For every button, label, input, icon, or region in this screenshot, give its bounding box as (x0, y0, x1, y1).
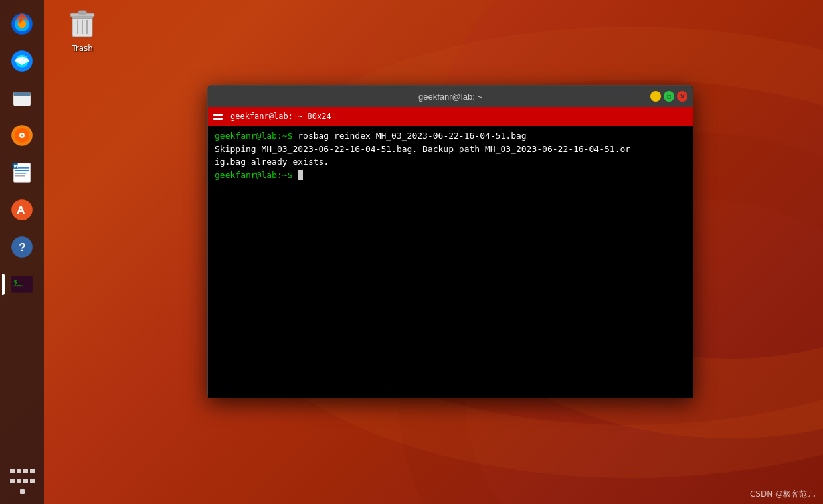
terminal-line-4: geekfanr@lab:~$ (215, 169, 686, 182)
show-apps-button[interactable] (7, 467, 37, 496)
svg-rect-26 (15, 170, 29, 171)
trash-icon (66, 7, 98, 41)
svg-text:$_: $_ (13, 278, 21, 286)
minimize-button[interactable]: _ (650, 91, 661, 102)
terminal-line-1: geekfanr@lab:~$ rosbag reindex MH_03_202… (215, 129, 686, 143)
watermark-text: CSDN @极客范儿 (750, 489, 815, 499)
terminal-cursor (298, 170, 303, 180)
close-button[interactable]: ✕ (677, 91, 687, 102)
terminal-window: geekfanr@lab: ~ _ □ ✕ geekfanr@lab: ~ 80… (207, 85, 693, 398)
window-controls: _ □ ✕ (650, 91, 687, 102)
prompt-2: geekfanr@lab:~$ (215, 170, 292, 180)
terminal-title: geekfanr@lab: ~ (418, 92, 482, 102)
dock-item-ubuntu-software[interactable]: A (6, 194, 38, 226)
svg-rect-19 (13, 92, 30, 96)
dock-item-libreoffice-writer[interactable]: W (6, 157, 38, 189)
dock-item-thunderbird[interactable] (6, 45, 38, 77)
svg-text:A: A (17, 203, 25, 216)
terminal-line-2: Skipping MH_03_2023-06-22-16-04-51.bag. … (215, 143, 686, 156)
svg-point-15 (17, 58, 21, 62)
svg-text:W: W (13, 163, 19, 169)
prompt-1: geekfanr@lab:~$ (215, 131, 292, 141)
terminal-titlebar: geekfanr@lab: ~ _ □ ✕ (208, 86, 693, 107)
watermark: CSDN @极客范儿 (742, 485, 823, 504)
output-2: ig.bag already exists. (215, 157, 329, 167)
trash-label: Trash (72, 44, 93, 53)
maximize-button[interactable]: □ (664, 91, 674, 102)
svg-point-23 (21, 134, 23, 136)
dock-item-terminal[interactable]: $_ (6, 268, 38, 300)
dock-item-files[interactable] (6, 82, 38, 114)
terminal-content[interactable]: geekfanr@lab:~$ rosbag reindex MH_03_202… (208, 126, 693, 398)
dock-item-help[interactable]: ? (6, 231, 38, 263)
dock-item-rhythmbox[interactable] (6, 120, 38, 151)
desktop-trash-icon[interactable]: Trash (66, 7, 98, 53)
svg-rect-18 (13, 95, 30, 106)
svg-rect-28 (15, 175, 25, 177)
terminal-tab-label[interactable]: geekfanr@lab: ~ 80x24 (230, 112, 331, 121)
svg-rect-6 (78, 11, 86, 14)
cmd-1: rosbag reindex MH_03_2023-06-22-16-04-51… (298, 131, 526, 141)
svg-rect-27 (15, 173, 26, 174)
svg-text:?: ? (19, 240, 26, 254)
dock-item-firefox[interactable] (6, 8, 38, 40)
output-1: Skipping MH_03_2023-06-22-16-04-51.bag. … (215, 144, 630, 154)
terminal-tabbar: geekfanr@lab: ~ 80x24 (208, 107, 693, 126)
terminal-line-3: ig.bag already exists. (215, 155, 686, 169)
dock: W A ? $_ (0, 0, 44, 504)
tab-indicator (213, 110, 225, 122)
svg-rect-37 (13, 286, 23, 287)
